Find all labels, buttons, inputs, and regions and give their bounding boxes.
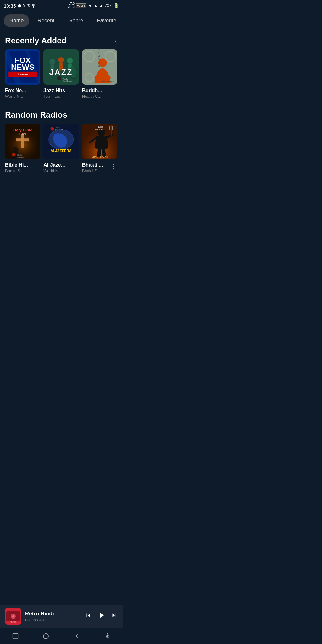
tab-home[interactable]: Home <box>4 14 29 27</box>
svg-text:Radio MeriAwaz: Radio MeriAwaz <box>101 80 114 82</box>
svg-text:ALJAZEERA: ALJAZEERA <box>51 149 72 153</box>
card-al-jazeera-name: Al Jaze... <box>43 162 70 168</box>
status-left: 10:35 ⊕ 𝕏 𝕏 🎙 <box>4 3 36 8</box>
status-bar: 10:35 ⊕ 𝕏 𝕏 🎙 17.0 KB/S VoLTE ▼ ▲ ▲ 73% … <box>0 0 123 11</box>
random-radios-header: Random Radios <box>0 104 123 124</box>
wifi-icon: ▼ <box>88 3 92 8</box>
svg-text:NEWS: NEWS <box>11 63 34 71</box>
card-jazz-hits-text: Jazz Hits Top Inter... <box>43 88 70 99</box>
card-fox-news-menu[interactable]: ⋮ <box>32 88 40 96</box>
svg-text:channel: channel <box>16 73 30 76</box>
svg-point-25 <box>94 74 111 81</box>
svg-text:Holy Bible: Holy Bible <box>13 128 32 132</box>
svg-text:MeriAwaz: MeriAwaz <box>55 129 63 131</box>
twitter-icon-2: 𝕏 <box>27 3 30 8</box>
network-speed: 17.0 KB/S <box>67 2 75 9</box>
svg-point-11 <box>58 57 64 63</box>
card-jazz-hits-info: Jazz Hits Top Inter... ⋮ <box>43 87 79 99</box>
whatsapp-icon: ⊕ <box>18 3 21 8</box>
card-bible-hindi-menu[interactable]: ⋮ <box>32 162 40 170</box>
card-buddha-info: Buddh... Health C... ⋮ <box>82 87 117 99</box>
card-al-jazeera-sub: World N... <box>43 169 70 173</box>
card-al-jazeera-info: Al Jaze... World N... ⋮ <box>43 162 79 174</box>
tab-genre[interactable]: Genre <box>63 14 89 27</box>
card-al-jazeera-text: Al Jaze... World N... <box>43 162 70 173</box>
recently-added-grid: FOX NEWS channel Fox Ne... World N... ⋮ <box>0 49 123 104</box>
svg-point-17 <box>57 76 61 80</box>
card-jazz-hits[interactable]: JAZZ Radio MeriAwaz Jazz Hits Top Inter.… <box>43 49 79 99</box>
recently-added-arrow[interactable]: → <box>111 37 118 45</box>
card-bhakti-sagar-name: Bhakti ... <box>82 162 109 168</box>
card-bible-hindi-name: Bible Hi... <box>5 162 32 168</box>
card-fox-news[interactable]: FOX NEWS channel Fox Ne... World N... ⋮ <box>5 49 40 99</box>
svg-text:Hindi: Hindi <box>19 132 26 136</box>
svg-text:MeriAwaz: MeriAwaz <box>95 129 104 131</box>
svg-text:JAZZ: JAZZ <box>49 68 73 76</box>
card-buddha-sub: Health C... <box>82 94 109 99</box>
svg-text:MeriAwaz: MeriAwaz <box>17 156 25 158</box>
card-bible-hindi-image: Holy Bible Hindi Radio MeriAwaz <box>5 124 40 159</box>
battery-text: 73% <box>105 3 112 8</box>
main-content: Recently Added → FOX NEWS channel <box>0 30 123 217</box>
svg-rect-31 <box>16 138 29 141</box>
recently-added-header: Recently Added → <box>0 30 123 49</box>
twitter-icon-1: 𝕏 <box>23 3 26 8</box>
status-icons: ⊕ 𝕏 𝕏 🎙 <box>18 3 36 8</box>
svg-point-9 <box>49 59 55 64</box>
card-jazz-hits-menu[interactable]: ⋮ <box>71 88 79 96</box>
svg-point-35 <box>12 153 15 157</box>
card-bhakti-sagar-info: Bhakti ... Bhakti S... ⋮ <box>82 162 117 174</box>
svg-text:Radio: Radio <box>97 126 103 129</box>
card-bible-hindi[interactable]: Holy Bible Hindi Radio MeriAwaz Bible Hi… <box>5 124 40 174</box>
mic-icon: 🎙 <box>31 3 36 8</box>
signal-icon: ▲ <box>93 3 98 8</box>
card-bible-hindi-info: Bible Hi... Bhakti S... ⋮ <box>5 162 40 174</box>
card-bhakti-sagar-menu[interactable]: ⋮ <box>109 162 117 170</box>
card-fox-news-info: Fox Ne... World N... ⋮ <box>5 87 40 99</box>
card-al-jazeera-menu[interactable]: ⋮ <box>71 162 79 170</box>
card-jazz-hits-name: Jazz Hits <box>43 88 70 93</box>
card-al-jazeera[interactable]: ALJAZEERA Radio MeriAwaz Al Jaze... Worl… <box>43 124 79 174</box>
svg-text:MeriAwaz: MeriAwaz <box>63 80 72 82</box>
card-buddha[interactable]: BUDDHA Radio MeriAwaz Buddh... Health C.… <box>82 49 117 99</box>
card-jazz-hits-sub: Top Inter... <box>43 94 70 99</box>
card-jazz-hits-image: JAZZ Radio MeriAwaz <box>43 49 79 85</box>
card-fox-news-sub: World N... <box>5 94 32 99</box>
random-radios-grid: Holy Bible Hindi Radio MeriAwaz Bible Hi… <box>0 124 123 179</box>
card-fox-news-image: FOX NEWS channel <box>5 49 40 85</box>
card-fox-news-name: Fox Ne... <box>5 88 32 93</box>
random-radios-title: Random Radios <box>5 110 67 120</box>
svg-point-41 <box>51 127 54 131</box>
svg-text:Radio: Radio <box>17 154 22 156</box>
svg-text:BHAKTI SAGAR: BHAKTI SAGAR <box>92 156 108 158</box>
signal-icon-2: ▲ <box>99 3 103 8</box>
svg-point-13 <box>67 58 73 64</box>
tab-recent[interactable]: Recent <box>32 14 60 27</box>
tab-favorite[interactable]: Favorite <box>91 14 122 27</box>
card-al-jazeera-image: ALJAZEERA Radio MeriAwaz <box>43 124 79 159</box>
card-bhakti-sagar-sub: Bhakti S... <box>82 169 109 173</box>
battery-icon: 🔋 <box>114 3 119 8</box>
card-buddha-menu[interactable]: ⋮ <box>109 88 117 96</box>
card-bible-hindi-text: Bible Hi... Bhakti S... <box>5 162 32 173</box>
card-bhakti-sagar[interactable]: Radio MeriAwaz BHAKTI SAGAR Bhakti ... B… <box>82 124 117 174</box>
svg-text:Radio: Radio <box>63 78 69 80</box>
volte-badge: VoLTE <box>76 3 86 8</box>
card-bible-hindi-sub: Bhakti S... <box>5 169 32 173</box>
nav-tabs: Home Recent Genre Favorite <box>0 11 123 30</box>
svg-text:BUDDHA: BUDDHA <box>97 49 100 67</box>
card-buddha-name: Buddh... <box>82 88 109 93</box>
card-bhakti-sagar-text: Bhakti ... Bhakti S... <box>82 162 109 173</box>
card-buddha-image: BUDDHA Radio MeriAwaz <box>82 49 117 85</box>
time: 10:35 <box>4 3 16 8</box>
recently-added-title: Recently Added <box>5 36 67 46</box>
svg-text:Radio: Radio <box>55 127 60 129</box>
status-right: 17.0 KB/S VoLTE ▼ ▲ ▲ 73% 🔋 <box>67 2 119 9</box>
card-bhakti-sagar-image: Radio MeriAwaz BHAKTI SAGAR <box>82 124 117 159</box>
card-buddha-text: Buddh... Health C... <box>82 88 109 99</box>
card-fox-news-text: Fox Ne... World N... <box>5 88 32 99</box>
